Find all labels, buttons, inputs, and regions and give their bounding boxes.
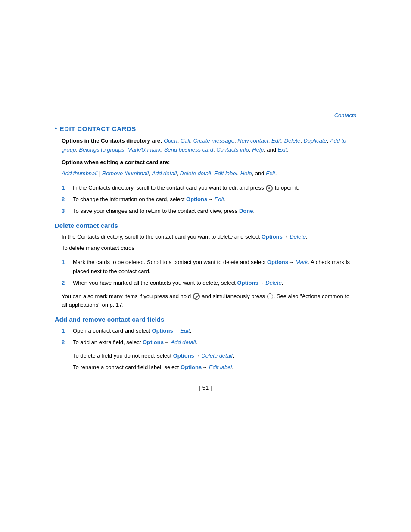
link-add-detail[interactable]: Add detail — [152, 170, 177, 177]
edit-steps-list: 1 In the Contacts directory, scroll to t… — [62, 184, 356, 215]
add-remove-step-1: 1 Open a contact card and select Options… — [62, 327, 356, 336]
link-edit-ar1[interactable]: Edit — [180, 327, 190, 334]
delete-contact-cards-title: Delete contact cards — [55, 222, 356, 229]
link-options-ar1[interactable]: Options — [152, 327, 173, 334]
delete-extra-para: You can also mark many items if you pres… — [62, 292, 356, 310]
page-number: [ 51 ] — [55, 385, 356, 391]
step-text-1: In the Contacts directory, scroll to the… — [73, 184, 356, 193]
link-edit[interactable]: Edit — [271, 137, 281, 144]
link-duplicate[interactable]: Duplicate — [304, 137, 327, 144]
link-add-thumbnail[interactable]: Add thumbnail — [62, 170, 97, 177]
options-editing-items: Add thumbnail | Remove thumbnail, Add de… — [62, 169, 356, 178]
delete-para-2: To delete many contact cards — [62, 244, 356, 253]
delete-block: In the Contacts directory, scroll to the… — [62, 233, 356, 253]
link-help2[interactable]: Help — [240, 170, 252, 177]
add-remove-indent-block: To delete a field you do not need, selec… — [62, 352, 356, 372]
link-create-message[interactable]: Create message — [193, 137, 234, 144]
edit-step-1: 1 In the Contacts directory, scroll to t… — [62, 184, 356, 193]
link-send-business-card[interactable]: Send business card — [164, 146, 213, 153]
no-symbol-icon — [193, 293, 200, 300]
link-delete-link[interactable]: Delete — [290, 233, 306, 240]
link-contacts-info[interactable]: Contacts info — [216, 146, 249, 153]
link-delete[interactable]: Delete — [284, 137, 301, 144]
link-new-contact[interactable]: New contact — [237, 137, 268, 144]
add-remove-steps-list: 1 Open a contact card and select Options… — [62, 327, 356, 347]
link-delete-detail[interactable]: Delete detail — [180, 170, 211, 177]
link-delete-detail-ar[interactable]: Delete detail — [201, 352, 232, 359]
delete-step-1: 1 Mark the cards to be deleted. Scroll t… — [62, 258, 356, 276]
link-exit[interactable]: Exit — [278, 146, 287, 153]
scroll-key-icon — [266, 185, 273, 192]
link-remove-thumbnail[interactable]: Remove thumbnail — [102, 170, 149, 177]
scroll-key-icon-2 — [267, 293, 273, 299]
link-options-del2[interactable]: Options — [237, 280, 258, 286]
link-delete2[interactable]: Delete — [265, 280, 282, 286]
link-call[interactable]: Call — [181, 137, 190, 144]
options-editing-para: Options when editing a contact card are: — [62, 158, 356, 167]
link-mark[interactable]: Mark — [296, 259, 308, 265]
edit-step-2: 2 To change the information on the card,… — [62, 195, 356, 204]
delete-steps-list: 1 Mark the cards to be deleted. Scroll t… — [62, 258, 356, 287]
ar-step-text-2: To add an extra field, select Options→ A… — [73, 338, 356, 347]
step-num-2: 2 — [62, 195, 70, 204]
link-done[interactable]: Done — [239, 208, 253, 214]
link-belongs-to-groups[interactable]: Belongs to groups — [79, 146, 124, 153]
delete-many-para: You can also mark many items if you pres… — [62, 292, 356, 310]
add-remove-step-2: 2 To add an extra field, select Options→… — [62, 338, 356, 347]
separator: | — [99, 170, 102, 177]
indent-para-2: To rename a contact card field label, se… — [73, 363, 356, 372]
link-edit-label[interactable]: Edit label — [214, 170, 237, 177]
bullet-icon: • — [55, 124, 57, 132]
options-contacts-label: Options in the Contacts directory are: — [62, 137, 162, 144]
del-step-text-2: When you have marked all the contacts yo… — [73, 279, 356, 288]
ar-step-num-2: 2 — [62, 338, 70, 347]
del-step-num-1: 1 — [62, 258, 70, 276]
link-exit2[interactable]: Exit — [266, 170, 275, 177]
step-num-1: 1 — [62, 184, 70, 193]
options-contacts-para: Options in the Contacts directory are: O… — [62, 137, 356, 155]
link-options-del-detail[interactable]: Options — [173, 352, 194, 359]
link-add-detail-ar[interactable]: Add detail — [171, 339, 196, 345]
link-options-2[interactable]: Options — [186, 196, 207, 202]
ar-step-text-1: Open a contact card and select Options→ … — [73, 327, 356, 336]
add-remove-title: Add and remove contact card fields — [55, 316, 356, 323]
link-open[interactable]: Open — [164, 137, 177, 144]
page-label: Contacts — [55, 112, 356, 118]
ar-step-num-1: 1 — [62, 327, 70, 336]
content-area: Contacts • Edit Contact Cards Options in… — [55, 0, 356, 417]
step-text-3: To save your changes and to return to th… — [73, 207, 356, 216]
edit-step-3: 3 To save your changes and to return to … — [62, 207, 356, 216]
options-contacts-block: Options in the Contacts directory are: O… — [62, 137, 356, 178]
link-help[interactable]: Help — [252, 146, 264, 153]
del-step-num-2: 2 — [62, 279, 70, 288]
link-edit-label-ar[interactable]: Edit label — [209, 364, 232, 370]
link-options-ar2[interactable]: Options — [143, 339, 164, 345]
indent-para-1: To delete a field you do not need, selec… — [73, 352, 356, 361]
link-options-del[interactable]: Options — [262, 233, 283, 240]
step-text-2: To change the information on the card, s… — [73, 195, 356, 204]
link-edit-2[interactable]: Edit — [215, 196, 224, 202]
contacts-label: Contacts — [334, 112, 356, 118]
delete-step-2: 2 When you have marked all the contacts … — [62, 279, 356, 288]
link-options-mark[interactable]: Options — [267, 259, 288, 265]
edit-contact-cards-title: Edit Contact Cards — [60, 125, 136, 132]
del-step-text-1: Mark the cards to be deleted. Scroll to … — [73, 258, 356, 276]
page: Contacts • Edit Contact Cards Options in… — [0, 0, 411, 532]
edit-contact-cards-section: • Edit Contact Cards — [55, 124, 356, 132]
link-mark-unmark[interactable]: Mark/Unmark — [128, 146, 161, 153]
options-editing-label: Options when editing a contact card are: — [62, 159, 170, 165]
link-options-edit-label[interactable]: Options — [181, 364, 202, 370]
step-num-3: 3 — [62, 207, 70, 216]
delete-para-1: In the Contacts directory, scroll to the… — [62, 233, 356, 242]
